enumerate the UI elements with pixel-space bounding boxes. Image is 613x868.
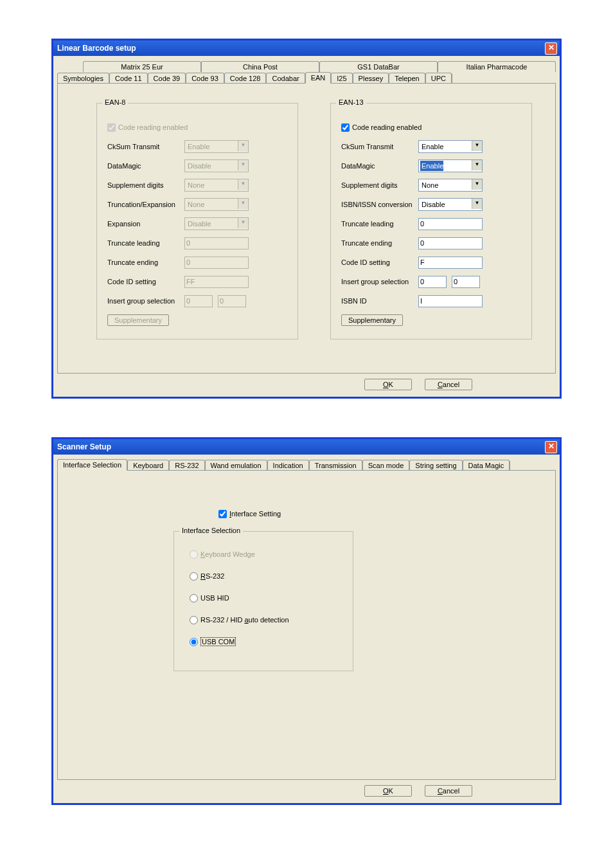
radio-usb-hid[interactable]: [190, 594, 198, 602]
tab-keyboard[interactable]: Keyboard: [127, 460, 169, 471]
chevron-down-icon: ▼: [238, 141, 248, 151]
radio-label: Keyboard Wedge: [200, 550, 255, 558]
field-label: ISBN ID: [341, 297, 418, 305]
tab-upc[interactable]: UPC: [425, 73, 452, 84]
combo-isbn-issn-conversion[interactable]: Disable▼: [418, 198, 483, 211]
radio-rs-232[interactable]: [190, 572, 198, 581]
field-row: Insert group selection: [107, 293, 287, 309]
input-insert-group-selection-2: [218, 295, 246, 307]
supplementary-button[interactable]: Supplementary: [341, 314, 403, 326]
tab-gs1-databar[interactable]: GS1 DataBar: [319, 61, 438, 72]
field-label: CkSum Transmit: [107, 143, 184, 150]
field-label: Truncate ending: [107, 258, 184, 266]
tab-italian-pharmacode[interactable]: Italian Pharmacode: [438, 61, 556, 72]
combo-truncation-expansion: None▼: [184, 198, 249, 211]
tab-codabar[interactable]: Codabar: [266, 73, 305, 84]
columns: EAN-8 Code reading enabled CkSum Transmi…: [96, 103, 542, 339]
cancel-button[interactable]: Cancel: [425, 785, 472, 797]
tab-code-93[interactable]: Code 93: [186, 73, 224, 84]
field-label: Code ID setting: [341, 258, 418, 266]
tab-ean[interactable]: EAN: [305, 72, 332, 84]
chevron-down-icon: ▼: [238, 160, 248, 170]
combo-datamagic[interactable]: Enable▼: [418, 159, 483, 172]
close-icon[interactable]: ✕: [545, 441, 557, 453]
radio-row: Keyboard Wedge: [190, 543, 344, 565]
field-label: Supplement digits: [107, 181, 184, 189]
radio-row: RS-232 / HID auto detection: [190, 609, 344, 631]
tabs: Matrix 25 EurChina PostGS1 DataBarItalia…: [57, 60, 556, 83]
tabs: Interface SelectionKeyboardRS-232Wand em…: [57, 458, 556, 470]
radio-row: RS-232: [190, 565, 344, 587]
tab-scan-mode[interactable]: Scan mode: [362, 460, 410, 471]
input-truncate-leading[interactable]: [418, 218, 483, 230]
field-row: CkSum TransmitEnable▼: [107, 138, 287, 155]
chevron-down-icon: ▼: [472, 179, 482, 190]
tab-wand-emulation[interactable]: Wand emulation: [205, 460, 267, 471]
input-code-id-setting: [184, 276, 249, 288]
tab-matrix-25-eur[interactable]: Matrix 25 Eur: [83, 61, 201, 72]
input-insert-group-selection-1[interactable]: [418, 276, 447, 288]
tab-row-2: SymbologiesCode 11Code 39Code 93Code 128…: [57, 71, 556, 83]
chevron-down-icon: ▼: [472, 160, 482, 170]
tab-symbologies[interactable]: Symbologies: [57, 73, 109, 84]
field-row: Supplement digitsNone▼: [107, 177, 287, 194]
field-row: Truncate ending: [107, 254, 287, 271]
chevron-down-icon: ▼: [472, 141, 482, 151]
tab-rs-232[interactable]: RS-232: [169, 460, 204, 471]
chevron-down-icon: ▼: [238, 179, 248, 190]
tab-row-1: Matrix 25 EurChina PostGS1 DataBarItalia…: [57, 60, 556, 71]
field-label: Insert group selection: [107, 297, 184, 305]
field-row: ExpansionDisable▼: [107, 215, 287, 232]
tab-string-setting[interactable]: String setting: [409, 460, 462, 471]
code-reading-checkbox[interactable]: [341, 123, 350, 132]
tab-indication[interactable]: Indication: [267, 460, 309, 471]
tab-page-ean: EAN-8 Code reading enabled CkSum Transmi…: [57, 83, 556, 374]
tab-china-post[interactable]: China Post: [201, 61, 319, 72]
titlebar: Scanner Setup ✕: [53, 439, 560, 455]
close-icon[interactable]: ✕: [545, 42, 557, 55]
input-truncate-ending[interactable]: [418, 237, 483, 249]
tab-data-magic[interactable]: Data Magic: [463, 460, 510, 471]
ean8-fields: CkSum TransmitEnable▼DataMagicDisable▼Su…: [107, 138, 287, 309]
field-label: CkSum Transmit: [341, 143, 418, 150]
tab-i25[interactable]: I25: [331, 73, 352, 84]
tab-code-128[interactable]: Code 128: [224, 73, 267, 84]
dialog-buttons: OK Cancel: [57, 379, 556, 390]
client-area: Interface SelectionKeyboardRS-232Wand em…: [53, 455, 560, 803]
client-area: Matrix 25 EurChina PostGS1 DataBarItalia…: [53, 56, 560, 397]
input-isbn-id[interactable]: [418, 295, 483, 307]
radio-row: USB HID: [190, 587, 344, 609]
field-label: Truncation/Expansion: [107, 201, 184, 208]
input-truncate-leading: [184, 237, 249, 249]
radio-label: USB HID: [200, 594, 229, 602]
radio-rs-232-hid-auto-detection[interactable]: [190, 616, 198, 624]
field-row: ISBN ID: [341, 293, 521, 309]
tab-transmission[interactable]: Transmission: [309, 460, 362, 471]
radio-label: RS-232 / HID auto detection: [200, 616, 289, 624]
radio-label: USB COM: [200, 638, 236, 646]
tab-plessey[interactable]: Plessey: [353, 73, 389, 84]
combo-cksum-transmit[interactable]: Enable▼: [418, 140, 483, 153]
window-scanner-setup: Scanner Setup ✕ Interface SelectionKeybo…: [51, 437, 562, 805]
code-reading-label: Code reading enabled: [352, 123, 422, 131]
interface-setting-checkbox[interactable]: [218, 510, 227, 518]
radio-usb-com[interactable]: [190, 638, 198, 646]
ok-button[interactable]: OK: [364, 379, 412, 390]
tab-telepen[interactable]: Telepen: [389, 73, 425, 84]
tab-interface-selection[interactable]: Interface Selection: [57, 459, 127, 471]
ok-button[interactable]: OK: [364, 785, 412, 797]
input-truncate-ending: [184, 257, 249, 269]
chevron-down-icon: ▼: [472, 199, 482, 209]
field-row: Insert group selection: [341, 273, 521, 290]
tab-row: Interface SelectionKeyboardRS-232Wand em…: [57, 458, 556, 470]
input-code-id-setting[interactable]: [418, 257, 483, 269]
combo-supplement-digits[interactable]: None▼: [418, 179, 483, 192]
tab-code-39[interactable]: Code 39: [148, 73, 186, 84]
dialog-buttons: OK Cancel: [57, 785, 556, 797]
combo-expansion: Disable▼: [184, 217, 249, 230]
input-insert-group-selection-2[interactable]: [452, 276, 480, 288]
supplementary-row: Supplementary: [341, 312, 521, 329]
cancel-button[interactable]: Cancel: [425, 379, 472, 390]
field-label: DataMagic: [107, 162, 184, 170]
tab-code-11[interactable]: Code 11: [109, 73, 148, 84]
